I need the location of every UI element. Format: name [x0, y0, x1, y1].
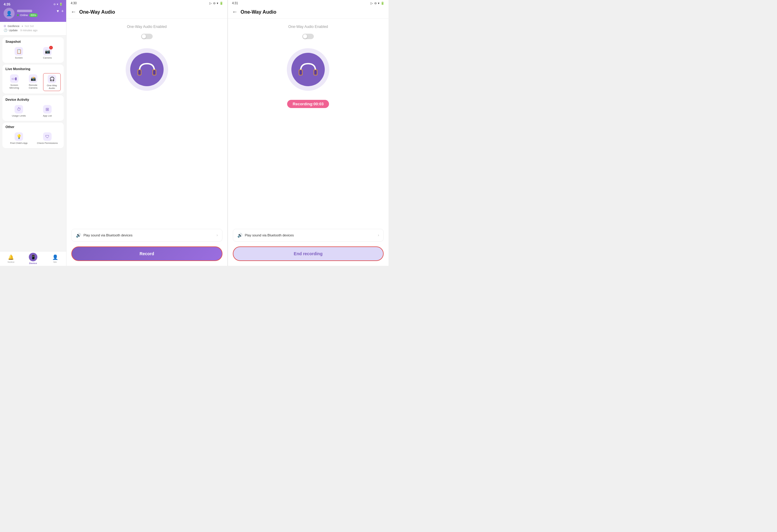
app-list-label: App List	[43, 114, 52, 117]
snapshot-title: Snapshot	[5, 40, 61, 43]
bluetooth-row-left[interactable]: 🔊 Play sound via Bluetooth devices ›	[71, 229, 222, 241]
status-icons-home: ⊖ ▾ 🔋	[53, 3, 63, 6]
screen-mirroring-label: Screen Mirroring	[6, 84, 22, 89]
home-header: 4:35 ⊖ ▾ 🔋 👤 Online 89% ▾ +	[0, 0, 66, 22]
status-icons-right: ▷ ⊖ ▾ 🔋	[370, 2, 384, 5]
notice-label: Notice	[8, 261, 15, 263]
camera-label: Camera	[43, 57, 51, 59]
panel-home: 4:35 ⊖ ▾ 🔋 👤 Online 89% ▾ +	[0, 0, 66, 266]
nav-item-me[interactable]: 👤 Me	[44, 251, 66, 266]
bluetooth-icon-right: 🔊	[237, 233, 242, 238]
recording-badge: Recording:00:03	[287, 100, 329, 108]
sidebar-item-screen-mirroring[interactable]: ▭▮ Screen Mirroring	[5, 73, 23, 91]
toggle-right[interactable]	[302, 34, 314, 39]
play-icon-right: ▷	[370, 2, 373, 5]
status-bar-right: 4:31 ▷ ⊖ ▾ 🔋	[228, 0, 389, 6]
enabled-label-left: One-Way Audio Enabled	[127, 25, 166, 29]
online-label: Online	[20, 14, 28, 17]
clock-icon: 🕐	[4, 28, 7, 32]
wifi-icon: ▾	[57, 3, 58, 6]
snapshot-grid: 📋 Screen 📷 ! Camera	[5, 46, 61, 61]
status-bar-left: 4:30 ▷ ⊖ ▾ 🔋	[67, 0, 227, 6]
inner-circle-right	[292, 53, 325, 86]
geofence-label: Geofence	[8, 25, 19, 28]
screen-icon: 📋	[15, 47, 23, 56]
battery-icon: 🔋	[59, 3, 63, 6]
live-monitoring-title: Live Monitoring	[5, 67, 61, 71]
other-title: Other	[5, 125, 61, 129]
add-icon[interactable]: +	[61, 8, 64, 13]
svg-rect-1	[138, 70, 141, 75]
dropdown-icon[interactable]: ▾	[57, 8, 59, 13]
end-recording-button[interactable]: End recording	[233, 246, 384, 261]
back-button-right[interactable]: ←	[232, 9, 238, 15]
bluetooth-label-left: Play sound via Bluetooth devices	[84, 233, 132, 237]
sidebar-item-camera[interactable]: 📷 ! Camera	[34, 46, 61, 61]
usage-limits-icon: ⏱	[15, 105, 23, 113]
device-label: Device	[29, 262, 37, 264]
usage-limits-label: Usage Limits	[12, 114, 26, 117]
update-label: Update	[9, 29, 18, 32]
toggle-left[interactable]	[141, 34, 153, 39]
sidebar-item-remote-camera[interactable]: 📸 Remote Camera	[24, 73, 42, 91]
status-icons-left: ▷ ⊖ ▾ 🔋	[209, 2, 223, 5]
sidebar-item-one-way-audio[interactable]: 🎧 One-Way Audio	[43, 73, 61, 91]
device-icon: 📱	[29, 253, 37, 261]
topbar-right: ← One-Way Audio	[228, 6, 389, 18]
svg-rect-5	[299, 70, 302, 75]
time-right: 4:31	[232, 2, 238, 5]
camera-badge: !	[49, 46, 53, 49]
find-childs-app-label: Find Child's App	[10, 142, 28, 144]
signal-left: ⊖	[213, 2, 216, 5]
headphone-svg-left	[136, 59, 157, 80]
sidebar-item-app-list[interactable]: ⊞ App List	[34, 104, 61, 118]
geofence-value: Not Set	[25, 25, 34, 28]
sidebar-item-screen[interactable]: 📋 Screen	[5, 46, 32, 61]
section-snapshot: Snapshot 📋 Screen 📷 ! Camera	[2, 37, 64, 63]
headphone-right	[287, 48, 329, 91]
time-home: 4:35	[4, 2, 10, 6]
profile-info: Online 89%	[17, 10, 63, 17]
update-row: 🕐 Update 9 minutes ago	[4, 28, 63, 32]
header-actions: ▾ +	[57, 8, 64, 13]
audio-title-right: One-Way Audio	[241, 9, 276, 15]
play-icon-left: ▷	[209, 2, 212, 5]
time-left: 4:30	[71, 2, 77, 5]
check-permissions-label: Check Permissions	[37, 142, 58, 144]
battery-right: 🔋	[380, 2, 384, 5]
home-content: Snapshot 📋 Screen 📷 ! Camera Live Monito…	[0, 35, 66, 251]
panel-audio-left: 4:30 ▷ ⊖ ▾ 🔋 ← One-Way Audio One-Way Aud…	[66, 0, 227, 266]
battery-left: 🔋	[219, 2, 223, 5]
back-button-left[interactable]: ←	[71, 9, 76, 15]
geofence-dot: ●	[21, 25, 23, 28]
headphone-svg-right	[298, 59, 319, 80]
one-way-audio-label: One-Way Audio	[44, 84, 60, 90]
header-profile: 👤 Online 89%	[4, 8, 63, 19]
camera-icon: 📷 !	[43, 47, 51, 56]
me-label: Me	[53, 261, 57, 263]
section-device-activity: Device Activity ⏱ Usage Limits ⊞ App Lis…	[2, 95, 64, 121]
sidebar-item-usage-limits[interactable]: ⏱ Usage Limits	[5, 104, 32, 118]
signal-icon: ⊖	[53, 3, 56, 6]
record-button[interactable]: Record	[71, 246, 222, 261]
sidebar-item-find-childs-app[interactable]: 💡 Find Child's App	[5, 131, 32, 146]
outer-ring-left	[126, 48, 168, 91]
device-activity-grid: ⏱ Usage Limits ⊞ App List	[5, 104, 61, 118]
signal-right: ⊖	[374, 2, 377, 5]
info-bar: ⊙ Geofence ● Not Set 🕐 Update 9 minutes …	[0, 22, 66, 35]
find-childs-app-icon: 💡	[15, 132, 23, 141]
svg-rect-3	[153, 70, 156, 75]
nav-item-device[interactable]: 📱 Device	[22, 251, 44, 266]
sidebar-item-check-permissions[interactable]: 🛡 Check Permissions	[34, 131, 61, 146]
screen-label: Screen	[15, 57, 22, 59]
inner-circle-left	[130, 53, 163, 86]
profile-status: Online 89%	[17, 13, 63, 17]
bluetooth-right-content: 🔊 Play sound via Bluetooth devices	[237, 233, 294, 238]
bluetooth-row-right[interactable]: 🔊 Play sound via Bluetooth devices ›	[233, 229, 384, 241]
other-grid: 💡 Find Child's App 🛡 Check Permissions	[5, 131, 61, 146]
battery-label: 89%	[29, 13, 38, 17]
nav-item-notice[interactable]: 🔔 Notice	[0, 251, 22, 266]
section-live-monitoring: Live Monitoring ▭▮ Screen Mirroring 📸 Re…	[2, 65, 64, 94]
topbar-left: ← One-Way Audio	[67, 6, 227, 18]
live-monitoring-grid: ▭▮ Screen Mirroring 📸 Remote Camera 🎧 On…	[5, 73, 61, 91]
